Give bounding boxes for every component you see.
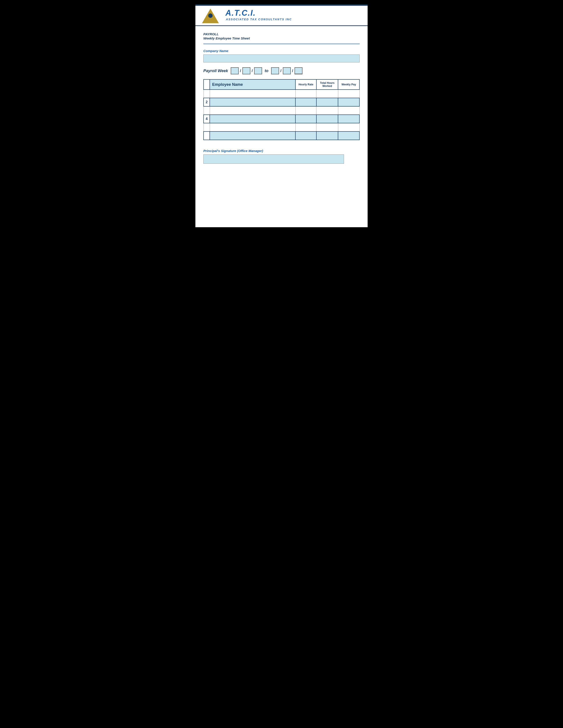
hourly-rate-3[interactable]: [296, 106, 317, 115]
signature-input[interactable]: [203, 154, 344, 164]
hourly-rate-6[interactable]: [296, 131, 317, 140]
payroll-end-year[interactable]: [295, 67, 303, 74]
weekly-pay-4[interactable]: [338, 115, 360, 123]
payroll-start-day[interactable]: [242, 67, 250, 74]
employee-name-5[interactable]: [210, 123, 296, 131]
payroll-end-day[interactable]: [283, 67, 291, 74]
row-num-2: 2: [203, 98, 210, 106]
payroll-week-label: Payroll Week: [203, 69, 228, 73]
table-row: [203, 131, 360, 140]
total-hours-2[interactable]: [317, 98, 338, 106]
logo-container: [202, 9, 220, 23]
doc-title: PAYROLL Weekly Employee Time Sheet: [203, 32, 360, 40]
employee-name-6[interactable]: [210, 131, 296, 140]
employee-name-1[interactable]: [210, 90, 296, 98]
hourly-rate-1[interactable]: [296, 90, 317, 98]
col-pay-header: Weekly Pay: [338, 79, 360, 90]
weekly-pay-6[interactable]: [338, 131, 360, 140]
logo-circle: [208, 13, 212, 18]
page: A.T.C.I. ASSOCIATED TAX CONSULTANTS INC …: [195, 4, 368, 227]
employee-name-2[interactable]: [210, 98, 296, 106]
col-hourly-header: Hourly Rate: [296, 79, 317, 90]
hourly-rate-5[interactable]: [296, 123, 317, 131]
employee-name-3[interactable]: [210, 106, 296, 115]
col-num-header: [203, 79, 210, 90]
company-name-input[interactable]: [203, 54, 360, 62]
signature-section: Principal's Signature (Office Manager): [203, 149, 360, 164]
weekly-pay-2[interactable]: [338, 98, 360, 106]
table-row: [203, 90, 360, 98]
signature-field[interactable]: [203, 155, 344, 163]
total-hours-6[interactable]: [317, 131, 338, 140]
table-row: [203, 123, 360, 131]
row-num-4: 4: [203, 115, 210, 123]
divider: [203, 44, 360, 44]
content: PAYROLL Weekly Employee Time Sheet Compa…: [195, 26, 368, 170]
col-employee-header: Employee Name: [210, 79, 296, 90]
company-tagline: ASSOCIATED TAX CONSULTANTS INC: [226, 18, 292, 22]
signature-label: Principal's Signature (Office Manager): [203, 149, 360, 153]
hourly-rate-2[interactable]: [296, 98, 317, 106]
to-text: to: [265, 69, 268, 73]
hourly-rate-4[interactable]: [296, 115, 317, 123]
table-row: 4: [203, 115, 360, 123]
total-hours-4[interactable]: [317, 115, 338, 123]
company-name-field[interactable]: [203, 55, 360, 62]
table-row: 2: [203, 98, 360, 106]
timesheet-table: Employee Name Hourly Rate Total Hours Wo…: [203, 79, 360, 140]
payroll-start-year[interactable]: [254, 67, 262, 74]
employee-name-4[interactable]: [210, 115, 296, 123]
total-hours-5[interactable]: [317, 123, 338, 131]
row-num-5: [203, 123, 210, 131]
payroll-week-row: Payroll Week / / to / /: [203, 67, 360, 74]
doc-title-line1: PAYROLL: [203, 32, 360, 36]
payroll-end-month[interactable]: [271, 67, 279, 74]
doc-title-line2: Weekly Employee Time Sheet: [203, 36, 360, 40]
total-hours-1[interactable]: [317, 90, 338, 98]
header: A.T.C.I. ASSOCIATED TAX CONSULTANTS INC: [195, 4, 368, 26]
company-name-label: Company Name: [203, 49, 360, 53]
logo-text: A.T.C.I.: [225, 8, 292, 18]
row-num-1: [203, 90, 210, 98]
weekly-pay-1[interactable]: [338, 90, 360, 98]
row-num-3: [203, 106, 210, 115]
table-row: [203, 106, 360, 115]
col-hours-header: Total Hours Worked: [317, 79, 338, 90]
payroll-start-month[interactable]: [231, 67, 239, 74]
row-num-6: [203, 131, 210, 140]
table-header-row: Employee Name Hourly Rate Total Hours Wo…: [203, 79, 360, 90]
weekly-pay-5[interactable]: [338, 123, 360, 131]
weekly-pay-3[interactable]: [338, 106, 360, 115]
total-hours-3[interactable]: [317, 106, 338, 115]
